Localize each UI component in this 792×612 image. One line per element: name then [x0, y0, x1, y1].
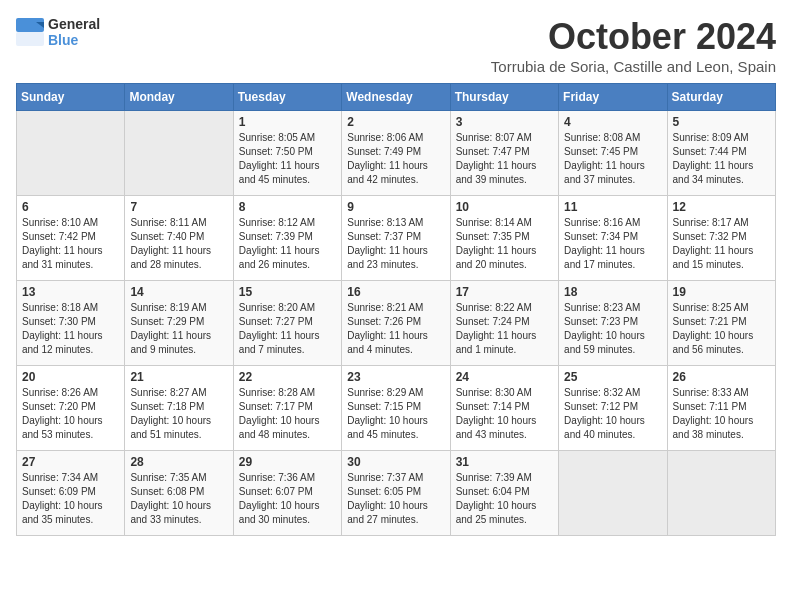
- calendar-cell: 10Sunrise: 8:14 AM Sunset: 7:35 PM Dayli…: [450, 196, 558, 281]
- day-info: Sunrise: 8:10 AM Sunset: 7:42 PM Dayligh…: [22, 216, 119, 272]
- calendar-table: SundayMondayTuesdayWednesdayThursdayFrid…: [16, 83, 776, 536]
- calendar-cell: 27Sunrise: 7:34 AM Sunset: 6:09 PM Dayli…: [17, 451, 125, 536]
- day-number: 4: [564, 115, 661, 129]
- day-info: Sunrise: 8:29 AM Sunset: 7:15 PM Dayligh…: [347, 386, 444, 442]
- day-number: 13: [22, 285, 119, 299]
- day-number: 5: [673, 115, 770, 129]
- day-info: Sunrise: 8:08 AM Sunset: 7:45 PM Dayligh…: [564, 131, 661, 187]
- logo-text: General Blue: [48, 16, 100, 48]
- calendar-cell: 25Sunrise: 8:32 AM Sunset: 7:12 PM Dayli…: [559, 366, 667, 451]
- day-info: Sunrise: 8:22 AM Sunset: 7:24 PM Dayligh…: [456, 301, 553, 357]
- day-info: Sunrise: 7:34 AM Sunset: 6:09 PM Dayligh…: [22, 471, 119, 527]
- logo-icon: [16, 18, 44, 46]
- calendar-cell: 4Sunrise: 8:08 AM Sunset: 7:45 PM Daylig…: [559, 111, 667, 196]
- calendar-cell: 1Sunrise: 8:05 AM Sunset: 7:50 PM Daylig…: [233, 111, 341, 196]
- calendar-week-row: 6Sunrise: 8:10 AM Sunset: 7:42 PM Daylig…: [17, 196, 776, 281]
- calendar-cell: [559, 451, 667, 536]
- weekday-header: Thursday: [450, 84, 558, 111]
- day-number: 29: [239, 455, 336, 469]
- day-number: 18: [564, 285, 661, 299]
- calendar-cell: 2Sunrise: 8:06 AM Sunset: 7:49 PM Daylig…: [342, 111, 450, 196]
- day-number: 3: [456, 115, 553, 129]
- weekday-header: Wednesday: [342, 84, 450, 111]
- title-block: October 2024 Torrubia de Soria, Castille…: [491, 16, 776, 75]
- day-info: Sunrise: 8:11 AM Sunset: 7:40 PM Dayligh…: [130, 216, 227, 272]
- day-info: Sunrise: 8:23 AM Sunset: 7:23 PM Dayligh…: [564, 301, 661, 357]
- weekday-header: Sunday: [17, 84, 125, 111]
- day-info: Sunrise: 7:35 AM Sunset: 6:08 PM Dayligh…: [130, 471, 227, 527]
- calendar-cell: [125, 111, 233, 196]
- day-info: Sunrise: 8:25 AM Sunset: 7:21 PM Dayligh…: [673, 301, 770, 357]
- day-number: 21: [130, 370, 227, 384]
- page-header: General Blue October 2024 Torrubia de So…: [16, 16, 776, 75]
- day-number: 10: [456, 200, 553, 214]
- calendar-cell: 20Sunrise: 8:26 AM Sunset: 7:20 PM Dayli…: [17, 366, 125, 451]
- calendar-cell: [667, 451, 775, 536]
- calendar-cell: [17, 111, 125, 196]
- day-info: Sunrise: 8:30 AM Sunset: 7:14 PM Dayligh…: [456, 386, 553, 442]
- day-info: Sunrise: 7:37 AM Sunset: 6:05 PM Dayligh…: [347, 471, 444, 527]
- day-info: Sunrise: 8:06 AM Sunset: 7:49 PM Dayligh…: [347, 131, 444, 187]
- weekday-header: Friday: [559, 84, 667, 111]
- day-number: 1: [239, 115, 336, 129]
- calendar-cell: 11Sunrise: 8:16 AM Sunset: 7:34 PM Dayli…: [559, 196, 667, 281]
- day-info: Sunrise: 8:12 AM Sunset: 7:39 PM Dayligh…: [239, 216, 336, 272]
- calendar-cell: 28Sunrise: 7:35 AM Sunset: 6:08 PM Dayli…: [125, 451, 233, 536]
- day-info: Sunrise: 8:32 AM Sunset: 7:12 PM Dayligh…: [564, 386, 661, 442]
- day-info: Sunrise: 8:20 AM Sunset: 7:27 PM Dayligh…: [239, 301, 336, 357]
- day-number: 15: [239, 285, 336, 299]
- day-info: Sunrise: 7:39 AM Sunset: 6:04 PM Dayligh…: [456, 471, 553, 527]
- day-number: 23: [347, 370, 444, 384]
- weekday-header: Tuesday: [233, 84, 341, 111]
- calendar-cell: 30Sunrise: 7:37 AM Sunset: 6:05 PM Dayli…: [342, 451, 450, 536]
- calendar-week-row: 1Sunrise: 8:05 AM Sunset: 7:50 PM Daylig…: [17, 111, 776, 196]
- day-number: 7: [130, 200, 227, 214]
- day-info: Sunrise: 8:13 AM Sunset: 7:37 PM Dayligh…: [347, 216, 444, 272]
- day-info: Sunrise: 8:16 AM Sunset: 7:34 PM Dayligh…: [564, 216, 661, 272]
- day-info: Sunrise: 8:17 AM Sunset: 7:32 PM Dayligh…: [673, 216, 770, 272]
- day-number: 31: [456, 455, 553, 469]
- day-number: 26: [673, 370, 770, 384]
- day-number: 6: [22, 200, 119, 214]
- day-info: Sunrise: 8:21 AM Sunset: 7:26 PM Dayligh…: [347, 301, 444, 357]
- day-number: 12: [673, 200, 770, 214]
- calendar-cell: 24Sunrise: 8:30 AM Sunset: 7:14 PM Dayli…: [450, 366, 558, 451]
- calendar-header: SundayMondayTuesdayWednesdayThursdayFrid…: [17, 84, 776, 111]
- calendar-cell: 14Sunrise: 8:19 AM Sunset: 7:29 PM Dayli…: [125, 281, 233, 366]
- day-info: Sunrise: 8:28 AM Sunset: 7:17 PM Dayligh…: [239, 386, 336, 442]
- location-title: Torrubia de Soria, Castille and Leon, Sp…: [491, 58, 776, 75]
- calendar-cell: 16Sunrise: 8:21 AM Sunset: 7:26 PM Dayli…: [342, 281, 450, 366]
- day-info: Sunrise: 8:07 AM Sunset: 7:47 PM Dayligh…: [456, 131, 553, 187]
- calendar-cell: 7Sunrise: 8:11 AM Sunset: 7:40 PM Daylig…: [125, 196, 233, 281]
- day-number: 9: [347, 200, 444, 214]
- calendar-cell: 23Sunrise: 8:29 AM Sunset: 7:15 PM Dayli…: [342, 366, 450, 451]
- calendar-cell: 19Sunrise: 8:25 AM Sunset: 7:21 PM Dayli…: [667, 281, 775, 366]
- calendar-cell: 9Sunrise: 8:13 AM Sunset: 7:37 PM Daylig…: [342, 196, 450, 281]
- calendar-cell: 13Sunrise: 8:18 AM Sunset: 7:30 PM Dayli…: [17, 281, 125, 366]
- day-number: 28: [130, 455, 227, 469]
- calendar-week-row: 27Sunrise: 7:34 AM Sunset: 6:09 PM Dayli…: [17, 451, 776, 536]
- calendar-cell: 8Sunrise: 8:12 AM Sunset: 7:39 PM Daylig…: [233, 196, 341, 281]
- month-title: October 2024: [491, 16, 776, 58]
- day-info: Sunrise: 7:36 AM Sunset: 6:07 PM Dayligh…: [239, 471, 336, 527]
- calendar-cell: 12Sunrise: 8:17 AM Sunset: 7:32 PM Dayli…: [667, 196, 775, 281]
- day-number: 14: [130, 285, 227, 299]
- weekday-header: Monday: [125, 84, 233, 111]
- day-number: 30: [347, 455, 444, 469]
- day-number: 19: [673, 285, 770, 299]
- weekday-header: Saturday: [667, 84, 775, 111]
- day-info: Sunrise: 8:14 AM Sunset: 7:35 PM Dayligh…: [456, 216, 553, 272]
- day-info: Sunrise: 8:19 AM Sunset: 7:29 PM Dayligh…: [130, 301, 227, 357]
- day-number: 17: [456, 285, 553, 299]
- calendar-cell: 6Sunrise: 8:10 AM Sunset: 7:42 PM Daylig…: [17, 196, 125, 281]
- day-number: 16: [347, 285, 444, 299]
- calendar-cell: 15Sunrise: 8:20 AM Sunset: 7:27 PM Dayli…: [233, 281, 341, 366]
- calendar-cell: 3Sunrise: 8:07 AM Sunset: 7:47 PM Daylig…: [450, 111, 558, 196]
- calendar-cell: 22Sunrise: 8:28 AM Sunset: 7:17 PM Dayli…: [233, 366, 341, 451]
- day-number: 11: [564, 200, 661, 214]
- calendar-week-row: 13Sunrise: 8:18 AM Sunset: 7:30 PM Dayli…: [17, 281, 776, 366]
- day-info: Sunrise: 8:27 AM Sunset: 7:18 PM Dayligh…: [130, 386, 227, 442]
- day-number: 22: [239, 370, 336, 384]
- calendar-cell: 21Sunrise: 8:27 AM Sunset: 7:18 PM Dayli…: [125, 366, 233, 451]
- calendar-week-row: 20Sunrise: 8:26 AM Sunset: 7:20 PM Dayli…: [17, 366, 776, 451]
